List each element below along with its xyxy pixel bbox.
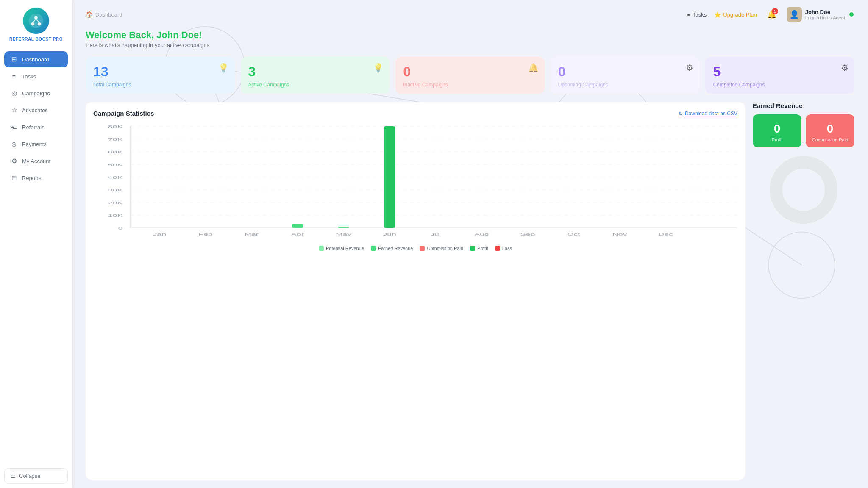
referrals-label: Referrals bbox=[22, 124, 45, 130]
stat-icon-inactive: 🔔 bbox=[528, 63, 539, 73]
chart-header: Campaign Statistics ↻ Download data as C… bbox=[93, 110, 737, 117]
user-name: John Doe bbox=[805, 9, 845, 15]
sidebar-item-myaccount[interactable]: ⚙ My Account bbox=[4, 153, 68, 169]
legend-dot-potential bbox=[319, 246, 324, 251]
sidebar: REFERRAL BOOST PRO ⊞ Dashboard ≡ Tasks ◎… bbox=[0, 0, 72, 488]
svg-text:Oct: Oct bbox=[567, 232, 580, 236]
stat-card-upcoming: ⚙ 0 Upcoming Campaigns bbox=[551, 57, 700, 94]
profit-value: 0 bbox=[758, 122, 796, 136]
legend-commission: Commission Paid bbox=[420, 246, 463, 251]
notification-badge: 1 bbox=[772, 8, 778, 14]
legend-dot-loss bbox=[495, 246, 500, 251]
stat-icon-upcoming: ⚙ bbox=[686, 63, 693, 73]
legend-dot-earned bbox=[371, 246, 376, 251]
advocates-label: Advocates bbox=[22, 107, 48, 114]
svg-text:20K: 20K bbox=[108, 201, 123, 205]
legend-label-potential: Potential Revenue bbox=[326, 246, 364, 251]
stat-number-total: 13 bbox=[93, 64, 227, 79]
campaigns-icon: ◎ bbox=[10, 89, 18, 97]
stat-card-completed: ⚙ 5 Completed Campaigns bbox=[705, 57, 854, 94]
svg-point-51 bbox=[776, 162, 831, 217]
profit-card: 0 Profit bbox=[753, 114, 801, 147]
bar-chart: 80K 70K 60K 50K 40K 30K 20K 10K 0 Jan Fe… bbox=[93, 122, 737, 241]
legend-label-earned: Earned Revenue bbox=[378, 246, 413, 251]
welcome-subtitle: Here is what's happening in your active … bbox=[86, 42, 854, 48]
legend-profit: Profit bbox=[470, 246, 488, 251]
svg-text:Aug: Aug bbox=[474, 232, 489, 236]
stat-number-completed: 5 bbox=[713, 64, 847, 79]
sidebar-item-tasks[interactable]: ≡ Tasks bbox=[4, 68, 68, 84]
svg-text:Mar: Mar bbox=[245, 232, 259, 236]
donut-chart-container bbox=[753, 156, 854, 224]
donut-chart bbox=[770, 156, 837, 224]
legend-dot-commission bbox=[420, 246, 425, 251]
sidebar-item-advocates[interactable]: ☆ Advocates bbox=[4, 102, 68, 118]
stat-icon-active: 💡 bbox=[373, 63, 384, 73]
user-profile[interactable]: 👤 John Doe Logged in as Agent bbox=[787, 7, 854, 22]
chart-legend: Potential Revenue Earned Revenue Commiss… bbox=[93, 246, 737, 251]
tasks-button-label: Tasks bbox=[693, 11, 707, 18]
svg-point-1 bbox=[34, 16, 38, 19]
sidebar-item-reports[interactable]: ⊟ Reports bbox=[4, 170, 68, 186]
upgrade-button[interactable]: ⭐ Upgrade Plan bbox=[714, 11, 757, 18]
payments-label: Payments bbox=[22, 141, 47, 147]
svg-rect-48 bbox=[292, 224, 303, 228]
myaccount-icon: ⚙ bbox=[10, 157, 18, 165]
chart-svg: 80K 70K 60K 50K 40K 30K 20K 10K 0 Jan Fe… bbox=[93, 122, 737, 241]
nav-menu: ⊞ Dashboard ≡ Tasks ◎ Campaigns ☆ Advoca… bbox=[0, 48, 72, 464]
tasks-button[interactable]: ≡ Tasks bbox=[687, 11, 707, 18]
app-name: REFERRAL BOOST PRO bbox=[9, 36, 63, 42]
breadcrumb: 🏠 Dashboard bbox=[86, 11, 122, 18]
stat-number-active: 3 bbox=[248, 64, 382, 79]
logo-area: REFERRAL BOOST PRO bbox=[0, 0, 72, 48]
upgrade-icon: ⭐ bbox=[714, 11, 721, 18]
myaccount-label: My Account bbox=[22, 158, 50, 164]
sidebar-item-payments[interactable]: $ Payments bbox=[4, 136, 68, 152]
welcome-prefix: Welcome Back, bbox=[86, 30, 156, 40]
svg-rect-49 bbox=[338, 227, 349, 228]
svg-text:30K: 30K bbox=[108, 188, 123, 192]
legend-label-commission: Commission Paid bbox=[427, 246, 463, 251]
notification-button[interactable]: 🔔 1 bbox=[765, 7, 779, 22]
commission-card: 0 Commission Paid bbox=[806, 114, 854, 147]
svg-rect-50 bbox=[384, 126, 395, 228]
reports-icon: ⊟ bbox=[10, 174, 18, 182]
header-actions: ≡ Tasks ⭐ Upgrade Plan 🔔 1 👤 John Doe Lo… bbox=[687, 7, 854, 22]
sidebar-item-dashboard[interactable]: ⊞ Dashboard bbox=[4, 51, 68, 67]
campaigns-label: Campaigns bbox=[22, 90, 50, 97]
commission-label: Commission Paid bbox=[811, 137, 849, 142]
svg-text:Dec: Dec bbox=[658, 232, 673, 236]
tasks-label: Tasks bbox=[22, 73, 36, 80]
tasks-list-icon: ≡ bbox=[687, 11, 690, 18]
stat-icon-completed: ⚙ bbox=[841, 63, 849, 73]
download-csv-button[interactable]: ↻ Download data as CSV bbox=[679, 111, 737, 116]
welcome-name: John Doe! bbox=[156, 30, 202, 40]
svg-text:Sep: Sep bbox=[520, 232, 535, 236]
svg-text:Nov: Nov bbox=[612, 232, 627, 236]
svg-text:70K: 70K bbox=[108, 137, 123, 141]
commission-value: 0 bbox=[811, 122, 849, 136]
dashboard-label: Dashboard bbox=[22, 56, 49, 63]
svg-point-2 bbox=[31, 22, 35, 26]
legend-loss: Loss bbox=[495, 246, 512, 251]
svg-text:50K: 50K bbox=[108, 163, 123, 167]
svg-text:40K: 40K bbox=[108, 175, 123, 180]
upgrade-label: Upgrade Plan bbox=[723, 11, 757, 18]
avatar: 👤 bbox=[787, 7, 802, 22]
sidebar-item-referrals[interactable]: 🏷 Referrals bbox=[4, 119, 68, 135]
collapse-button[interactable]: ☰ Collapse bbox=[4, 468, 68, 484]
sidebar-item-campaigns[interactable]: ◎ Campaigns bbox=[4, 85, 68, 101]
legend-earned: Earned Revenue bbox=[371, 246, 413, 251]
legend-label-loss: Loss bbox=[502, 246, 512, 251]
svg-text:0: 0 bbox=[118, 226, 123, 230]
svg-text:60K: 60K bbox=[108, 150, 123, 154]
welcome-section: Welcome Back, John Doe! Here is what's h… bbox=[72, 22, 868, 53]
payments-icon: $ bbox=[10, 140, 18, 148]
revenue-section: Earned Revenue 0 Profit 0 Commission Pai… bbox=[753, 102, 854, 480]
svg-text:Feb: Feb bbox=[198, 232, 213, 236]
collapse-label: Collapse bbox=[19, 473, 41, 479]
stat-icon-total: 💡 bbox=[218, 63, 229, 73]
referrals-icon: 🏷 bbox=[10, 123, 18, 131]
advocates-icon: ☆ bbox=[10, 106, 18, 114]
dashboard-icon: ⊞ bbox=[10, 55, 18, 63]
